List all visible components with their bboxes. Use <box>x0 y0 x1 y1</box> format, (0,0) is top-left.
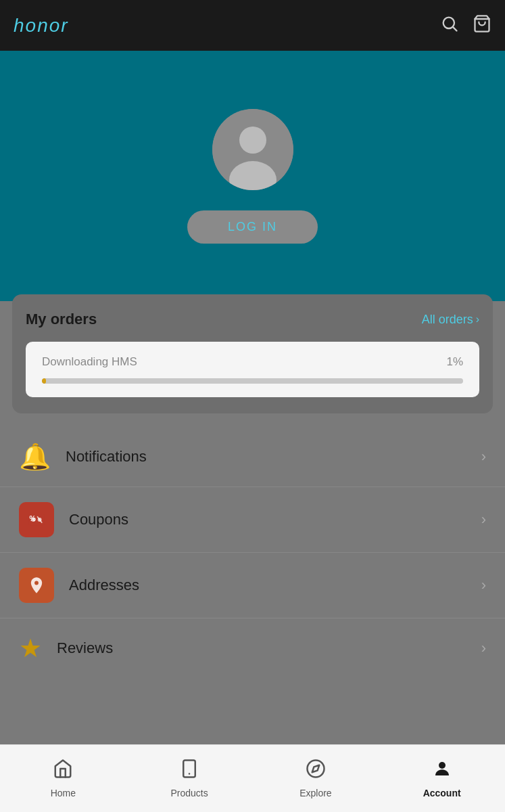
cart-icon[interactable] <box>473 14 491 37</box>
search-icon[interactable] <box>440 14 459 37</box>
nav-item-account[interactable]: Account <box>379 759 505 798</box>
nav-item-home[interactable]: Home <box>0 759 126 798</box>
nav-label-home: Home <box>51 788 76 798</box>
orders-card: My orders All orders › Downloading HMS 1… <box>12 294 493 413</box>
address-icon-container <box>19 568 54 603</box>
app-logo: honor <box>14 15 69 37</box>
chevron-right-icon: › <box>481 577 486 594</box>
products-icon <box>179 759 199 784</box>
svg-line-1 <box>453 27 456 30</box>
menu-item-reviews[interactable]: ★ Reviews › <box>0 618 505 678</box>
download-header: Downloading HMS 1% <box>42 355 463 369</box>
chevron-right-icon: › <box>481 639 486 657</box>
bell-icon: 🔔 <box>19 442 51 472</box>
svg-point-16 <box>439 762 446 769</box>
svg-point-14 <box>307 761 324 777</box>
svg-text:%: % <box>30 514 37 522</box>
profile-header: LOG IN <box>0 51 505 301</box>
menu-item-addresses[interactable]: Addresses › <box>0 553 505 618</box>
nav-label-products: Products <box>171 788 208 798</box>
progress-bar-fill <box>42 378 46 384</box>
home-icon <box>53 759 73 784</box>
coupon-icon-container: % <box>19 502 54 537</box>
top-bar-icons <box>440 14 491 37</box>
chevron-right-icon: › <box>481 448 486 466</box>
download-label: Downloading HMS <box>42 355 137 369</box>
download-percent: 1% <box>446 355 463 369</box>
svg-marker-15 <box>312 765 320 773</box>
menu-label-notifications: Notifications <box>66 448 481 466</box>
top-navigation-bar: honor <box>0 0 505 51</box>
nav-label-account: Account <box>423 788 461 798</box>
download-progress-card: Downloading HMS 1% <box>26 342 479 397</box>
bottom-navigation: Home Products Explore Account <box>0 744 505 812</box>
account-icon <box>432 759 452 784</box>
orders-title: My orders <box>26 311 97 328</box>
menu-label-reviews: Reviews <box>57 639 481 657</box>
menu-item-coupons[interactable]: % Coupons › <box>0 487 505 553</box>
explore-icon <box>306 759 326 784</box>
svg-point-9 <box>38 518 42 522</box>
nav-item-products[interactable]: Products <box>126 759 253 798</box>
svg-point-0 <box>443 17 454 28</box>
avatar <box>212 109 293 190</box>
nav-item-explore[interactable]: Explore <box>253 759 379 798</box>
svg-point-4 <box>239 127 266 154</box>
nav-label-explore: Explore <box>299 788 331 798</box>
menu-label-coupons: Coupons <box>69 511 481 528</box>
menu-label-addresses: Addresses <box>69 577 481 594</box>
svg-point-11 <box>34 581 39 585</box>
orders-card-header: My orders All orders › <box>26 311 479 328</box>
chevron-right-icon: › <box>481 511 486 528</box>
progress-bar-background <box>42 378 463 384</box>
menu-item-notifications[interactable]: 🔔 Notifications › <box>0 427 505 487</box>
all-orders-link[interactable]: All orders › <box>422 313 479 327</box>
chevron-right-icon: › <box>476 313 479 325</box>
star-icon: ★ <box>19 633 42 663</box>
login-button[interactable]: LOG IN <box>187 210 318 244</box>
menu-list: 🔔 Notifications › % Coupons › Addresses … <box>0 420 505 685</box>
